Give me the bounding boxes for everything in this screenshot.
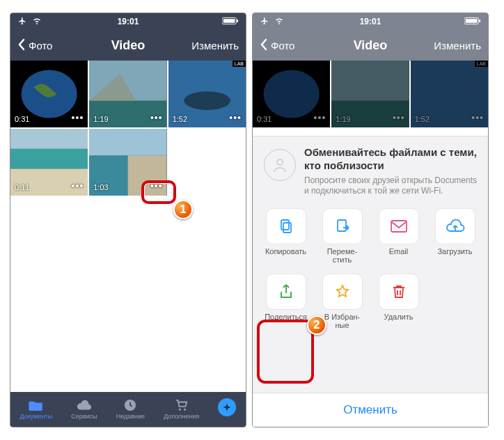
svg-rect-29 <box>338 220 346 231</box>
action-move[interactable]: Переме- стить <box>316 208 368 268</box>
back-label: Фото <box>29 40 52 52</box>
duration-label: 1:19 <box>93 115 108 123</box>
edit-label: Изменить <box>191 40 239 52</box>
tab-recent[interactable]: Недавние <box>116 399 145 420</box>
more-icon[interactable]: ••• <box>72 180 84 191</box>
action-row-1: Копировать Переме- стить Email Загрузить <box>253 203 488 268</box>
chevron-left-icon <box>260 38 268 53</box>
svg-rect-30 <box>391 221 407 232</box>
nearby-avatar-icon <box>264 149 296 181</box>
svg-rect-10 <box>10 149 88 169</box>
action-email[interactable]: Email <box>372 208 425 268</box>
cancel-button[interactable]: Отменить <box>253 393 488 427</box>
star-icon <box>322 274 363 310</box>
cart-icon <box>174 399 189 411</box>
highlight-more-button <box>141 180 176 204</box>
svg-point-17 <box>184 409 186 411</box>
video-thumb[interactable]: 0:11 ••• <box>10 129 88 196</box>
phone-left: 19:01 Фото Video Изменить 0:31 ••• 1: <box>10 13 246 427</box>
action-copy[interactable]: Копировать <box>260 208 312 268</box>
nav-bar: Фото Video Изменить <box>10 30 246 61</box>
action-label: Удалить <box>384 313 414 321</box>
video-thumb[interactable]: 1:19 ••• <box>89 61 166 127</box>
lab-tag: LAB <box>233 61 246 67</box>
share-icon <box>266 274 306 310</box>
tab-label: Документы <box>20 413 52 420</box>
trash-icon <box>379 274 419 310</box>
tab-label: Дополнения <box>164 413 199 420</box>
svg-rect-27 <box>281 220 289 230</box>
action-delete[interactable]: Удалить <box>372 274 425 333</box>
action-empty <box>429 274 481 333</box>
tab-browser[interactable] <box>218 398 236 416</box>
status-time: 19:01 <box>253 17 488 26</box>
action-label: Email <box>389 247 409 256</box>
video-thumb[interactable]: 0:31 ••• <box>10 61 88 127</box>
sheet-header: Обменивайтесь файлами с теми, кто поблиз… <box>253 136 488 203</box>
callout-badge-2: 2 <box>307 315 326 335</box>
tab-services[interactable]: Сервисы <box>71 399 97 420</box>
tab-label: Сервисы <box>71 413 97 420</box>
tab-bar: Документы Сервисы Недавние Дополнения <box>10 392 246 427</box>
more-icon[interactable]: ••• <box>72 112 84 123</box>
chevron-left-icon <box>17 38 26 53</box>
status-bar: 19:01 <box>10 13 246 30</box>
sheet-title: Обменивайтесь файлами с теми, кто поблиз… <box>304 146 477 173</box>
nav-bar: Фото Video Изменить <box>253 30 488 61</box>
tab-documents[interactable]: Документы <box>20 399 52 420</box>
svg-point-8 <box>184 91 230 110</box>
svg-point-26 <box>277 159 283 165</box>
svg-rect-12 <box>89 129 166 155</box>
tab-addons[interactable]: Дополнения <box>164 399 199 420</box>
more-icon[interactable]: ••• <box>229 112 242 123</box>
nav-title: Video <box>111 38 145 53</box>
cloud-icon <box>77 399 92 411</box>
action-upload[interactable]: Загрузить <box>429 208 481 268</box>
action-label: Загрузить <box>437 247 472 256</box>
svg-rect-23 <box>331 61 409 101</box>
cancel-label: Отменить <box>343 403 397 416</box>
action-label: Копировать <box>265 247 306 256</box>
action-label: В Избран- ные <box>324 313 361 329</box>
compass-icon <box>218 398 236 416</box>
email-icon <box>379 208 419 244</box>
svg-point-22 <box>264 70 320 118</box>
edit-label: Изменить <box>434 40 481 52</box>
edit-button[interactable]: Изменить <box>387 40 481 52</box>
highlight-share-button <box>257 320 314 384</box>
duration-label: 1:03 <box>93 183 108 191</box>
cloud-upload-icon <box>435 208 475 244</box>
sheet-subtitle: Попросите своих друзей открыть Documents… <box>304 175 477 197</box>
phone-right: 19:01 Фото Video Изменить 0:31••• 1:19••… <box>252 13 489 427</box>
video-thumb[interactable]: LAB 1:52 ••• <box>168 61 246 127</box>
action-label: Переме- стить <box>327 247 358 264</box>
svg-rect-28 <box>283 223 291 233</box>
duration-label: 1:52 <box>173 115 187 123</box>
copy-icon <box>266 208 306 244</box>
callout-badge-1: 1 <box>173 200 193 219</box>
duration-label: 0:31 <box>15 115 29 123</box>
svg-point-16 <box>179 409 181 411</box>
nav-title: Video <box>354 38 388 53</box>
folder-icon <box>29 399 44 411</box>
back-button[interactable]: Фото <box>17 38 111 53</box>
duration-label: 0:11 <box>15 183 29 191</box>
back-button[interactable]: Фото <box>260 38 354 53</box>
edit-button[interactable]: Изменить <box>145 40 239 52</box>
status-bar: 19:01 <box>253 13 488 30</box>
tab-label: Недавние <box>116 413 145 420</box>
svg-rect-9 <box>10 129 88 149</box>
video-grid-dimmed: 0:31••• 1:19••• LAB1:52••• <box>253 61 488 136</box>
video-grid: 0:31 ••• 1:19 ••• LAB 1:52 ••• 0:11 ••• … <box>10 61 246 196</box>
more-icon[interactable]: ••• <box>150 112 163 123</box>
move-icon <box>322 208 363 244</box>
back-label: Фото <box>271 40 294 52</box>
clock-icon <box>123 399 138 411</box>
status-time: 19:01 <box>10 17 246 26</box>
